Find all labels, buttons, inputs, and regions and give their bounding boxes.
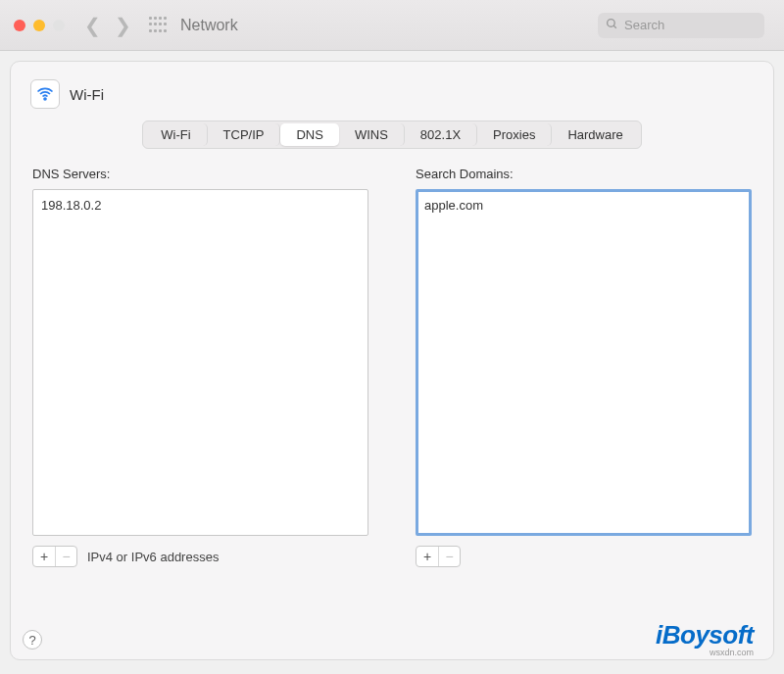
list-item[interactable]: apple.com bbox=[424, 196, 743, 215]
tab-dns[interactable]: DNS bbox=[280, 123, 338, 146]
interface-name: Wi-Fi bbox=[70, 86, 104, 103]
tab-wins[interactable]: WINS bbox=[339, 123, 405, 146]
search-placeholder: Search bbox=[624, 18, 664, 32]
add-search-domain-button[interactable]: + bbox=[416, 547, 438, 566]
watermark-brand: iBoysoft bbox=[656, 622, 754, 648]
show-all-icon[interactable] bbox=[149, 17, 167, 34]
window-toolbar: ❮ ❯ Network Search bbox=[0, 0, 784, 51]
help-button[interactable]: ? bbox=[23, 630, 42, 650]
watermark-site: wsxdn.com bbox=[710, 648, 754, 657]
list-item[interactable]: 198.18.0.2 bbox=[41, 196, 360, 215]
svg-point-2 bbox=[44, 98, 46, 100]
tab-wifi[interactable]: Wi-Fi bbox=[145, 123, 207, 146]
svg-line-1 bbox=[613, 25, 616, 28]
add-dns-server-button[interactable]: + bbox=[33, 547, 55, 566]
dns-servers-pm-buttons: + − bbox=[32, 546, 77, 567]
search-icon bbox=[606, 18, 618, 33]
fullscreen-window-button[interactable] bbox=[53, 20, 65, 31]
forward-button[interactable]: ❯ bbox=[115, 14, 131, 37]
search-input[interactable]: Search bbox=[598, 13, 764, 38]
dns-servers-footer: + − IPv4 or IPv6 addresses bbox=[32, 546, 368, 567]
dns-columns: DNS Servers: 198.18.0.2 + − IPv4 or IPv6… bbox=[30, 167, 754, 567]
traffic-lights bbox=[14, 20, 65, 31]
preferences-pane: Wi-Fi Wi-Fi TCP/IP DNS WINS 802.1X Proxi… bbox=[10, 61, 774, 660]
tab-proxies[interactable]: Proxies bbox=[477, 123, 552, 146]
nav-buttons: ❮ ❯ bbox=[84, 14, 131, 37]
wifi-icon bbox=[30, 79, 60, 109]
window-title: Network bbox=[180, 17, 238, 34]
search-domains-label: Search Domains: bbox=[416, 167, 752, 181]
svg-point-0 bbox=[608, 19, 615, 26]
search-domains-list[interactable]: apple.com bbox=[416, 189, 752, 536]
dns-servers-label: DNS Servers: bbox=[32, 167, 368, 181]
search-domains-pm-buttons: + − bbox=[416, 546, 461, 567]
back-button[interactable]: ❮ bbox=[84, 14, 101, 37]
dns-servers-column: DNS Servers: 198.18.0.2 + − IPv4 or IPv6… bbox=[32, 167, 368, 567]
dns-hint: IPv4 or IPv6 addresses bbox=[87, 550, 219, 564]
tab-hardware[interactable]: Hardware bbox=[552, 123, 638, 146]
search-domains-column: Search Domains: apple.com + − bbox=[416, 167, 752, 567]
dns-servers-list[interactable]: 198.18.0.2 bbox=[32, 189, 368, 536]
remove-dns-server-button[interactable]: − bbox=[55, 547, 76, 566]
remove-search-domain-button[interactable]: − bbox=[438, 547, 460, 566]
tab-tcpip[interactable]: TCP/IP bbox=[208, 123, 281, 146]
minimize-window-button[interactable] bbox=[33, 20, 45, 31]
tabs-container: Wi-Fi TCP/IP DNS WINS 802.1X Proxies Har… bbox=[30, 120, 754, 149]
search-domains-footer: + − bbox=[416, 546, 752, 567]
pane-header: Wi-Fi bbox=[30, 79, 754, 109]
close-window-button[interactable] bbox=[14, 20, 25, 31]
tabs-list: Wi-Fi TCP/IP DNS WINS 802.1X Proxies Har… bbox=[142, 120, 642, 149]
tab-8021x[interactable]: 802.1X bbox=[405, 123, 477, 146]
